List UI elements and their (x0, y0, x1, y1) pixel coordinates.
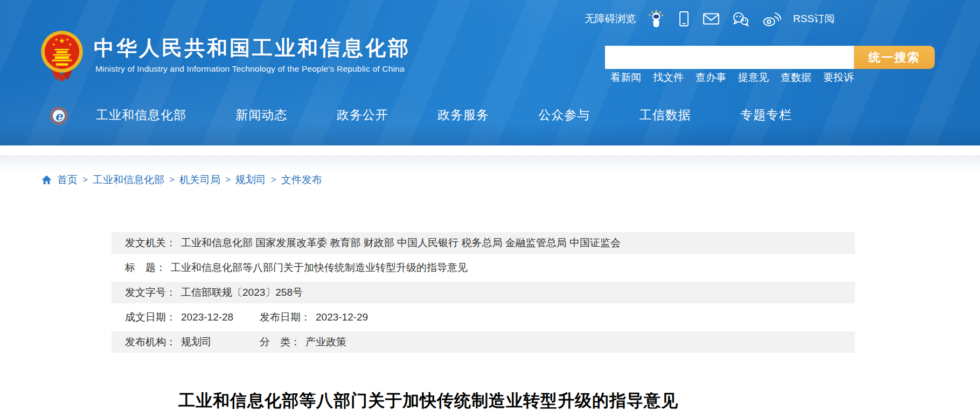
meta-value: 产业政策 (305, 336, 346, 348)
meta-label: 发布机构： (125, 336, 176, 348)
meta-value: 工信部联规〔2023〕258号 (181, 287, 303, 298)
search-box (605, 46, 854, 69)
meta-value: 工业和信息化部 国家发展改革委 教育部 财政部 中国人民银行 税务总局 金融监管… (181, 237, 621, 248)
meta-value: 2023-12-29 (316, 311, 368, 323)
breadcrumb-miit[interactable]: 工业和信息化部 (93, 173, 164, 187)
meta-label: 成文日期： (125, 311, 176, 323)
meta-label: 发布日期： (260, 311, 311, 323)
quick-link-data[interactable]: 查数据 (781, 71, 811, 85)
quick-links: 看新闻 找文件 查办事 提意见 查数据 要投诉 (610, 71, 854, 85)
site-subtitle: Ministry of Industry and Information Tec… (95, 64, 405, 74)
breadcrumb-separator: > (225, 175, 231, 185)
quick-link-services[interactable]: 查办事 (696, 71, 726, 85)
meta-label: 发文机关： (125, 237, 176, 248)
main-nav: 工业和信息化部 新闻动态 政务公开 政务服务 公众参与 工信数据 专题专栏 (96, 107, 792, 123)
breadcrumb-separator: > (82, 175, 88, 185)
accessibility-link[interactable]: 无障碍浏览 (585, 12, 636, 26)
mobile-icon[interactable] (677, 10, 691, 27)
svg-text:e: e (55, 109, 64, 123)
national-emblem-logo[interactable]: ★ ★★ ★★ (40, 29, 84, 84)
quick-link-suggest[interactable]: 提意见 (738, 71, 769, 85)
rss-link[interactable]: RSS订阅 (793, 12, 835, 26)
article-title: 工业和信息化部等八部门关于加快传统制造业转型升级的指导意见 (97, 390, 760, 412)
quick-link-complain[interactable]: 要投诉 (823, 71, 854, 85)
meta-row-publisher-category: 发布机构：规划司 分 类：产业政策 (112, 331, 855, 353)
document-meta-table: 发文机关：工业和信息化部 国家发展改革委 教育部 财政部 中国人民银行 税务总局… (112, 232, 855, 356)
meta-cell-category: 分 类：产业政策 (260, 331, 346, 353)
robot-mascot-icon[interactable] (648, 10, 665, 28)
svg-text:★: ★ (59, 37, 65, 45)
nav-item-gov-info[interactable]: 政务公开 (337, 107, 388, 123)
mail-icon[interactable] (703, 12, 720, 26)
nav-item-data[interactable]: 工信数据 (640, 107, 691, 123)
nav-item-news[interactable]: 新闻动态 (235, 107, 287, 123)
breadcrumb-planning-dept[interactable]: 规划司 (235, 173, 266, 187)
meta-row-issuing-agencies: 发文机关：工业和信息化部 国家发展改革委 教育部 财政部 中国人民银行 税务总局… (112, 232, 855, 254)
site-header: 无障碍浏览 (0, 0, 980, 145)
home-icon[interactable] (41, 175, 52, 185)
header-shadow-band (0, 155, 980, 172)
nav-item-gov-services[interactable]: 政务服务 (437, 107, 489, 123)
site-title: 中华人民共和国工业和信息化部 (94, 34, 411, 62)
utility-bar: 无障碍浏览 (585, 10, 835, 28)
meta-label: 发文字号： (125, 287, 176, 298)
meta-row-doc-number: 发文字号：工信部联规〔2023〕258号 (112, 282, 855, 303)
nav-item-participation[interactable]: 公众参与 (538, 107, 590, 123)
breadcrumb-home[interactable]: 首页 (57, 173, 78, 187)
meta-label: 标 题： (125, 262, 166, 273)
breadcrumb-document-release[interactable]: 文件发布 (281, 173, 322, 187)
miit-swirl-logo-icon: e (47, 105, 70, 129)
svg-text:★: ★ (68, 42, 72, 47)
meta-value: 工业和信息化部等八部门关于加快传统制造业转型升级的指导意见 (171, 262, 468, 273)
svg-text:★: ★ (55, 37, 58, 42)
svg-text:★: ★ (66, 37, 69, 42)
weibo-icon[interactable] (762, 11, 781, 27)
nav-item-miit[interactable]: 工业和信息化部 (96, 107, 186, 123)
breadcrumb-departments[interactable]: 机关司局 (179, 173, 220, 187)
quick-link-files[interactable]: 找文件 (653, 71, 684, 85)
breadcrumb: 首页 > 工业和信息化部 > 机关司局 > 规划司 > 文件发布 (41, 172, 322, 187)
meta-cell-publish-date: 发布日期：2023-12-29 (260, 307, 368, 328)
nav-item-topics[interactable]: 专题专栏 (740, 107, 792, 123)
search-input[interactable] (605, 46, 854, 69)
breadcrumb-separator: > (271, 175, 276, 185)
meta-label: 分 类： (260, 336, 301, 348)
quick-link-news[interactable]: 看新闻 (610, 71, 641, 85)
unified-search-button[interactable]: 统一搜索 (854, 46, 935, 69)
wechat-icon[interactable] (732, 11, 750, 27)
meta-row-title: 标 题：工业和信息化部等八部门关于加快传统制造业转型升级的指导意见 (112, 257, 855, 279)
meta-row-dates: 成文日期：2023-12-28 发布日期：2023-12-29 (112, 307, 855, 328)
svg-text:★: ★ (52, 42, 55, 47)
meta-value: 2023-12-28 (181, 311, 233, 323)
breadcrumb-separator: > (169, 175, 175, 185)
meta-value: 规划司 (181, 336, 212, 348)
